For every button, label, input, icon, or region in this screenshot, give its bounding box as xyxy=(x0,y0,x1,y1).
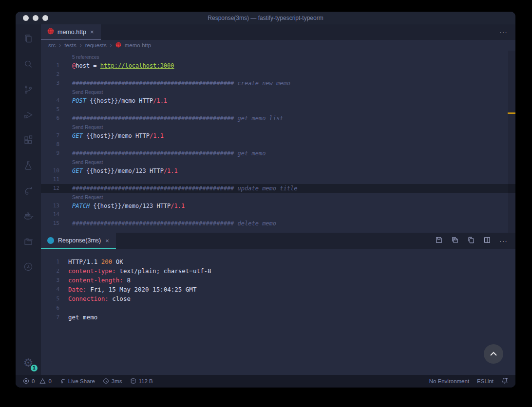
sidebar-item-run-debug[interactable] xyxy=(17,103,40,129)
line-number: 5 xyxy=(41,105,59,114)
live-share-status[interactable]: Live Share xyxy=(59,378,95,385)
line-text: ########################################… xyxy=(59,184,297,193)
breadcrumb-item-tests[interactable]: tests xyxy=(64,42,76,48)
response-time-status[interactable]: 3ms xyxy=(103,378,122,385)
traffic-lights xyxy=(23,12,48,24)
code-line[interactable]: 12######################################… xyxy=(41,184,515,193)
warning-count: 0 xyxy=(48,378,51,384)
line-text xyxy=(59,175,72,184)
tab-response[interactable]: Response(3ms) × xyxy=(41,233,116,249)
line-text: HTTP/1.1 200 OK xyxy=(59,257,123,266)
response-size-status[interactable]: 112 B xyxy=(130,378,153,385)
code-line[interactable]: 6 xyxy=(41,303,515,313)
code-line[interactable]: 9#######################################… xyxy=(41,149,515,158)
tab-memo-http[interactable]: memo.http × xyxy=(41,24,101,40)
codelens-link[interactable]: Send Request xyxy=(41,158,515,166)
code-line[interactable]: 4POST {{host}}/memo HTTP/1.1 xyxy=(41,96,515,105)
code-line[interactable]: 1@host = http://localhost:3000 xyxy=(41,61,515,70)
fold-response-button[interactable] xyxy=(483,236,491,246)
line-text xyxy=(59,70,72,79)
close-icon[interactable]: × xyxy=(105,237,110,244)
window-title: Response(3ms) — fastify-typescript-typeo… xyxy=(208,15,323,21)
code-line[interactable]: 14 xyxy=(41,210,515,219)
line-text: POST {{host}}/memo HTTP/1.1 xyxy=(59,96,167,105)
sidebar-item-docker[interactable] xyxy=(17,204,40,230)
line-number: 2 xyxy=(41,266,59,276)
response-editor[interactable]: 1HTTP/1.1 200 OK2content-type: text/plai… xyxy=(41,249,515,375)
testing-flask-icon xyxy=(22,160,34,173)
zoom-window-button[interactable] xyxy=(42,15,48,21)
code-line[interactable]: 11 xyxy=(41,175,515,184)
sidebar-item-source-control[interactable] xyxy=(17,78,40,103)
breadcrumb-item-requests[interactable]: requests xyxy=(85,42,107,48)
code-line[interactable]: 3content-length: 8 xyxy=(41,276,515,285)
codelens-link[interactable]: 5 references xyxy=(41,53,515,61)
copy-icon xyxy=(467,236,475,246)
eslint-status[interactable]: ESLint xyxy=(477,378,494,384)
line-text: @host = http://localhost:3000 xyxy=(59,61,174,70)
code-line[interactable]: 3#######################################… xyxy=(41,79,515,88)
line-number: 11 xyxy=(41,175,59,184)
sidebar-item-testing[interactable] xyxy=(17,154,40,179)
chevron-up-icon xyxy=(490,350,497,358)
code-line[interactable]: 15######################################… xyxy=(41,219,515,228)
response-favicon-icon xyxy=(47,237,54,244)
overview-ruler-mark xyxy=(508,112,515,114)
response-tab-bar: Response(3ms) × ··· xyxy=(41,233,515,249)
manage-button[interactable]: ⚙ 1 xyxy=(21,355,36,370)
line-text: GET {{host}}/memo HTTP/1.1 xyxy=(59,131,164,140)
line-text: GET {{host}}/memo/123 HTTP/1.1 xyxy=(59,166,178,175)
tab-label: Response(3ms) xyxy=(58,237,101,244)
notifications-button[interactable] xyxy=(501,377,508,385)
code-line[interactable]: 10GET {{host}}/memo/123 HTTP/1.1 xyxy=(41,166,515,175)
http-file-globe-icon xyxy=(115,42,121,49)
code-line[interactable]: 5Connection: close xyxy=(41,294,515,303)
sidebar-item-search[interactable] xyxy=(17,53,40,78)
codelens-link[interactable]: Send Request xyxy=(41,123,515,131)
clock-icon xyxy=(103,378,109,385)
sidebar-item-explorer[interactable] xyxy=(17,27,40,53)
code-line[interactable]: 13PATCH {{host}}/memo/123 HTTP/1.1 xyxy=(41,202,515,210)
search-icon xyxy=(22,58,34,72)
close-window-button[interactable] xyxy=(23,15,29,21)
code-line[interactable]: 4Date: Fri, 15 May 2020 15:04:25 GMT xyxy=(41,285,515,294)
code-line[interactable]: 2 xyxy=(41,70,515,79)
code-line[interactable]: 5 xyxy=(41,105,515,114)
save-response-body-button[interactable] xyxy=(451,236,459,246)
codelens-link[interactable]: Send Request xyxy=(41,193,515,202)
code-line[interactable]: 7get memo xyxy=(41,313,515,322)
more-actions-icon[interactable]: ··· xyxy=(499,237,508,245)
editor-scrollbar[interactable] xyxy=(509,51,515,233)
breadcrumb-item-src[interactable]: src xyxy=(48,42,56,48)
project-folder-icon xyxy=(22,236,34,249)
source-control-icon xyxy=(22,84,34,97)
response-size-label: 112 B xyxy=(139,378,153,384)
live-share-icon xyxy=(59,378,66,385)
copy-response-button[interactable] xyxy=(467,236,475,246)
code-line[interactable]: 8 xyxy=(41,140,515,149)
code-line[interactable]: 6#######################################… xyxy=(41,114,515,123)
code-line[interactable]: 7GET {{host}}/memo HTTP/1.1 xyxy=(41,131,515,140)
http-editor[interactable]: 5 references1@host = http://localhost:30… xyxy=(41,51,515,233)
breadcrumb-item-file[interactable]: memo.http xyxy=(125,42,151,48)
close-icon[interactable]: × xyxy=(90,28,95,36)
chevron-right-icon: › xyxy=(59,42,61,49)
line-text: ########################################… xyxy=(59,79,290,88)
sidebar-item-project-manager[interactable] xyxy=(17,230,40,255)
problems-indicator[interactable]: 0 0 xyxy=(23,378,52,385)
line-number: 13 xyxy=(41,202,59,210)
code-line[interactable]: 1HTTP/1.1 200 OK xyxy=(41,257,515,266)
save-response-button[interactable] xyxy=(435,236,443,246)
sidebar-item-remote-explorer[interactable] xyxy=(17,255,40,280)
scroll-to-top-button[interactable] xyxy=(484,344,503,364)
eslint-label: ESLint xyxy=(477,378,494,384)
more-actions-icon[interactable]: ··· xyxy=(499,24,508,40)
status-bar: 0 0 Live Share 3ms 112 B No Environment … xyxy=(16,375,515,388)
environment-selector[interactable]: No Environment xyxy=(429,378,469,384)
codelens-link[interactable]: Send Request xyxy=(41,88,515,96)
sidebar-item-live-share[interactable] xyxy=(17,179,40,204)
line-number: 9 xyxy=(41,149,59,158)
code-line[interactable]: 2content-type: text/plain; charset=utf-8 xyxy=(41,266,515,276)
sidebar-item-extensions[interactable] xyxy=(17,129,40,154)
minimize-window-button[interactable] xyxy=(33,15,38,21)
